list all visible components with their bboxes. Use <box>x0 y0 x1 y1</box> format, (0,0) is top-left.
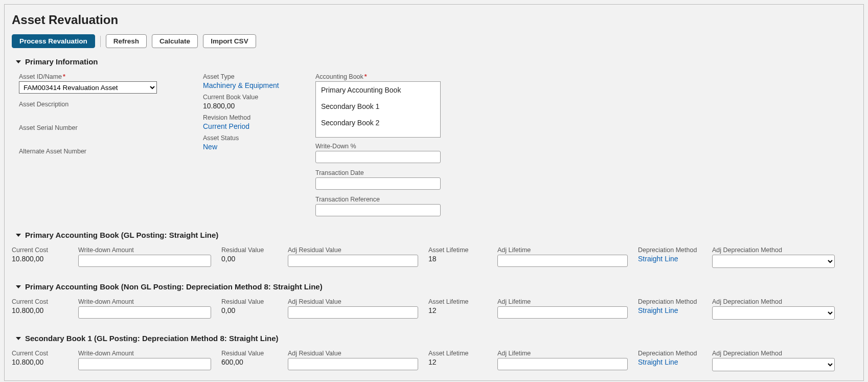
adj-lifetime-input[interactable] <box>497 358 628 370</box>
adj-lifetime-input[interactable] <box>497 306 628 319</box>
adj-residual-value-label: Adj Residual Value <box>288 246 418 254</box>
adj-lifetime-input[interactable] <box>497 255 628 267</box>
current-book-value: 10.800,00 <box>203 102 285 110</box>
book-section-header[interactable]: Primary Accounting Book (GL Posting: Str… <box>16 231 856 239</box>
header-area: Asset Revaluation Process Revaluation Re… <box>5 5 863 216</box>
adj-lifetime-label: Adj Lifetime <box>497 298 628 305</box>
asset-serial-label: Asset Serial Number <box>19 124 172 131</box>
current-cost-label: Current Cost <box>12 298 68 305</box>
residual-value-label: Residual Value <box>221 350 278 357</box>
asset-type-value[interactable]: Machinery & Equipment <box>203 81 285 89</box>
depreciation-method-label: Depreciation Method <box>638 246 702 254</box>
adj-depreciation-method-select[interactable] <box>712 306 835 320</box>
asset-lifetime-value: 12 <box>428 358 487 366</box>
current-cost-value: 10.800,00 <box>12 306 68 314</box>
adj-depreciation-method-select[interactable] <box>712 255 835 268</box>
transaction-ref-input[interactable] <box>315 204 441 216</box>
write-down-amount-label: Write-down Amount <box>78 350 211 357</box>
calculate-button[interactable]: Calculate <box>152 34 198 48</box>
write-down-pct-input[interactable] <box>315 151 441 163</box>
current-book-value-label: Current Book Value <box>203 94 285 101</box>
book-section: Primary Accounting Book (Non GL Posting:… <box>5 282 863 320</box>
adj-residual-value-input[interactable] <box>288 358 418 370</box>
adj-residual-value-label: Adj Residual Value <box>288 298 418 305</box>
asset-lifetime-label: Asset Lifetime <box>428 246 487 254</box>
adj-residual-value-input[interactable] <box>288 255 418 267</box>
current-cost-label: Current Cost <box>12 246 68 254</box>
write-down-amount-label: Write-down Amount <box>78 298 211 305</box>
asset-lifetime-value: 12 <box>428 306 487 314</box>
current-cost-label: Current Cost <box>12 350 68 357</box>
asset-status-value[interactable]: New <box>203 143 285 151</box>
write-down-pct-label: Write-Down % <box>315 143 448 150</box>
revision-method-value[interactable]: Current Period <box>203 122 285 130</box>
residual-value: 0,00 <box>221 255 278 263</box>
revision-method-label: Revision Method <box>203 114 285 121</box>
book-row: Current Cost 10.800,00 Write-down Amount… <box>12 347 856 371</box>
adj-lifetime-label: Adj Lifetime <box>497 246 628 254</box>
books-container: Primary Accounting Book (GL Posting: Str… <box>5 231 863 371</box>
book-section-title: Secondary Book 1 (GL Posting: Depreciati… <box>25 334 279 343</box>
transaction-date-input[interactable] <box>315 177 441 190</box>
import-csv-button[interactable]: Import CSV <box>203 34 256 48</box>
accounting-book-option[interactable]: Secondary Book 2 <box>316 115 440 131</box>
accounting-book-option[interactable]: Primary Accounting Book <box>316 82 440 98</box>
transaction-ref-label: Transaction Reference <box>315 196 448 203</box>
toolbar: Process Revaluation Refresh Calculate Im… <box>12 34 856 48</box>
accounting-book-listbox[interactable]: Primary Accounting Book Secondary Book 1… <box>315 81 441 138</box>
write-down-amount-label: Write-down Amount <box>78 246 211 254</box>
adj-depreciation-method-label: Adj Depreciation Method <box>712 298 835 305</box>
residual-value: 0,00 <box>221 306 278 314</box>
transaction-date-label: Transaction Date <box>315 169 448 176</box>
depreciation-method-value[interactable]: Straight Line <box>638 255 702 263</box>
book-row: Current Cost 10.800,00 Write-down Amount… <box>12 295 856 320</box>
asset-type-label: Asset Type <box>203 73 285 80</box>
write-down-amount-input[interactable] <box>78 306 211 319</box>
book-section-header[interactable]: Secondary Book 1 (GL Posting: Depreciati… <box>16 334 856 343</box>
asset-id-label: Asset ID/Name* <box>19 73 172 80</box>
primary-col-1: Asset ID/Name* FAM003414 Revaluation Ass… <box>19 70 172 216</box>
asset-status-label: Asset Status <box>203 134 285 142</box>
book-section-title: Primary Accounting Book (GL Posting: Str… <box>25 231 218 239</box>
page-title: Asset Revaluation <box>12 13 856 27</box>
depreciation-method-value[interactable]: Straight Line <box>638 358 702 366</box>
primary-info-header[interactable]: Primary Information <box>16 57 856 66</box>
asset-lifetime-value: 18 <box>428 255 487 263</box>
toolbar-divider <box>100 36 101 47</box>
book-section: Secondary Book 1 (GL Posting: Depreciati… <box>5 334 863 371</box>
depreciation-method-label: Depreciation Method <box>638 298 702 305</box>
accounting-book-label: Accounting Book* <box>315 73 448 80</box>
alternate-asset-label: Alternate Asset Number <box>19 148 172 155</box>
refresh-button[interactable]: Refresh <box>106 34 147 48</box>
adj-depreciation-method-select[interactable] <box>712 358 835 371</box>
adj-depreciation-method-label: Adj Depreciation Method <box>712 350 835 357</box>
accounting-book-option[interactable]: Secondary Book 1 <box>316 98 440 115</box>
process-revaluation-button[interactable]: Process Revaluation <box>12 34 95 48</box>
asset-id-select[interactable]: FAM003414 Revaluation Asset <box>19 81 157 94</box>
book-section: Primary Accounting Book (GL Posting: Str… <box>5 231 863 268</box>
write-down-amount-input[interactable] <box>78 358 211 370</box>
current-cost-value: 10.800,00 <box>12 255 68 263</box>
chevron-down-icon <box>16 337 21 340</box>
current-cost-value: 10.800,00 <box>12 358 68 366</box>
residual-value-label: Residual Value <box>221 298 278 305</box>
adj-lifetime-label: Adj Lifetime <box>497 350 628 357</box>
primary-info-title: Primary Information <box>25 57 98 66</box>
asset-lifetime-label: Asset Lifetime <box>428 298 487 305</box>
adj-depreciation-method-label: Adj Depreciation Method <box>712 246 835 254</box>
residual-value: 600,00 <box>221 358 278 366</box>
write-down-amount-input[interactable] <box>78 255 211 267</box>
primary-col-3: Accounting Book* Primary Accounting Book… <box>315 70 448 216</box>
adj-residual-value-input[interactable] <box>288 306 418 319</box>
book-section-title: Primary Accounting Book (Non GL Posting:… <box>25 282 323 291</box>
book-row: Current Cost 10.800,00 Write-down Amount… <box>12 243 856 268</box>
adj-residual-value-label: Adj Residual Value <box>288 350 418 357</box>
asset-lifetime-label: Asset Lifetime <box>428 350 487 357</box>
page-container: Asset Revaluation Process Revaluation Re… <box>4 4 864 381</box>
asset-desc-label: Asset Description <box>19 101 172 108</box>
primary-col-2: Asset Type Machinery & Equipment Current… <box>203 70 285 216</box>
chevron-down-icon <box>16 60 21 63</box>
primary-info-body: Asset ID/Name* FAM003414 Revaluation Ass… <box>12 70 856 216</box>
book-section-header[interactable]: Primary Accounting Book (Non GL Posting:… <box>16 282 856 291</box>
depreciation-method-value[interactable]: Straight Line <box>638 306 702 314</box>
